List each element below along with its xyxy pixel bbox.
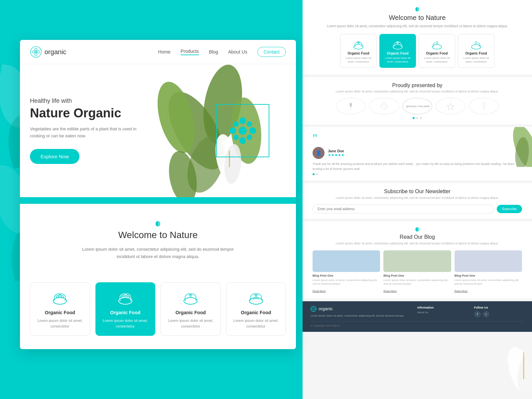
blog-post-title-1: Blog Post One xyxy=(313,274,380,277)
svg-point-49 xyxy=(311,306,316,311)
nav-links: Home Products Blog About Us Contact xyxy=(158,47,286,57)
svg-point-45 xyxy=(381,103,387,109)
blog-cards-row: Blog Post One Lorem ipsum dolor sit amet… xyxy=(313,250,522,293)
avatar-row: 👤 Jane Doe ★★★★★ xyxy=(313,147,522,159)
welcome-section: Welcome to Nature Lorem ipsum dolor sit … xyxy=(20,204,296,282)
footer-section: organic Lorem ipsum dolor sit amet, cons… xyxy=(303,301,532,332)
footer-follow: Follow Us f t xyxy=(474,306,524,318)
explore-now-button[interactable]: Explore Now xyxy=(30,149,79,164)
rp-pcard-1[interactable]: Organic Food Lorem ipsum dolor sit amet,… xyxy=(340,34,377,68)
hero-teal-bar xyxy=(20,197,296,204)
ornament-svg xyxy=(226,114,259,147)
rp-card-icon-2 xyxy=(391,38,404,50)
blog-post-desc-3: Lorem ipsum dolor sit amet, consectetur … xyxy=(455,278,522,286)
right-panel: Welcome to Nature Lorem ipsum dolor sit … xyxy=(303,0,532,399)
blog-read-more-3[interactable]: Read More xyxy=(455,290,468,293)
rp-pcard-name-1: Organic Food xyxy=(343,52,374,55)
product-card-2[interactable]: Organic Food Lorem ipsum dolor sit amet,… xyxy=(95,282,156,336)
svg-point-18 xyxy=(249,127,256,134)
logo: organic xyxy=(30,46,66,58)
footer-desc: Lorem ipsum dolor sit amet, consectetur … xyxy=(311,314,411,318)
svg-point-16 xyxy=(239,137,246,144)
svg-point-19 xyxy=(233,121,239,127)
product-cards-section: Organic Food Lorem ipsum dolor sit amet,… xyxy=(20,282,296,349)
rp-pcard-desc-1: Lorem ipsum dolor sit amet, consectetur xyxy=(343,56,374,64)
rp-pcard-2[interactable]: Organic Food Lorem ipsum dolor sit amet,… xyxy=(379,34,416,68)
quote-mark: " xyxy=(313,132,522,144)
rp-pcard-name-3: Organic Food xyxy=(422,52,452,55)
svg-point-50 xyxy=(313,307,315,308)
blog-post-title-2: Blog Post One xyxy=(383,274,451,277)
nav-about[interactable]: About Us xyxy=(228,49,247,55)
nav-home[interactable]: Home xyxy=(158,49,171,55)
svg-point-17 xyxy=(229,127,236,134)
welcome-title: Welcome to Nature xyxy=(30,230,286,240)
newsletter-email-input[interactable] xyxy=(313,204,494,213)
brand-logo-4 xyxy=(469,98,499,114)
contact-button[interactable]: Contact xyxy=(257,47,286,57)
footer-info-title: Information xyxy=(417,306,467,309)
nav-blog[interactable]: Blog xyxy=(209,49,218,55)
rp-welcome-title: Welcome to Nature xyxy=(313,14,522,22)
product-desc-1: Lorem ipsum dolor sit amet, consectetur xyxy=(35,318,85,329)
svg-point-24 xyxy=(53,298,66,304)
newsletter-subscribe-button[interactable]: Subscribe xyxy=(497,205,522,213)
welcome-description: Lorem ipsum dolor sit amet, consectetur … xyxy=(78,246,238,260)
svg-point-3 xyxy=(35,53,37,56)
newsletter-section: Subscribe to Our Newsletter Lorem ipsum … xyxy=(303,183,532,219)
hero-section: Healthy life with Nature Organic Vegetab… xyxy=(20,64,296,197)
star-rating: ★★★★★ xyxy=(328,153,344,157)
blog-read-more-2[interactable]: Read More xyxy=(383,290,397,293)
rp-product-cards: Organic Food Lorem ipsum dolor sit amet,… xyxy=(313,34,522,68)
product-card-3[interactable]: Organic Food Lorem ipsum dolor sit amet,… xyxy=(161,282,221,336)
product-name-1: Organic Food xyxy=(35,310,85,315)
facebook-icon[interactable]: f xyxy=(474,311,481,318)
product-icon-4 xyxy=(246,289,266,306)
reviewer-info: Jane Doe ★★★★★ xyxy=(328,149,344,157)
brand-logo-2 xyxy=(369,98,399,114)
rp-pcard-name-2: Organic Food xyxy=(382,52,413,55)
dot-3 xyxy=(420,117,422,119)
blog-img-1 xyxy=(313,250,380,272)
rp-card-icon-3 xyxy=(430,38,444,50)
footer-top: organic Lorem ipsum dolor sit amet, cons… xyxy=(311,306,524,318)
footer-about-link[interactable]: About Us xyxy=(417,311,467,314)
svg-point-4 xyxy=(32,51,35,53)
reviewer-name: Jane Doe xyxy=(328,149,344,153)
product-card-4[interactable]: Organic Food Lorem ipsum dolor sit amet,… xyxy=(226,282,286,336)
product-name-4: Organic Food xyxy=(231,310,281,315)
blog-desc: Lorem ipsum dolor sit amet, consectetur … xyxy=(313,241,522,246)
main-website-panel: organic Home Products Blog About Us Cont… xyxy=(20,40,296,349)
blog-title: Read Our Blog xyxy=(313,234,522,240)
newsletter-form: Subscribe xyxy=(313,204,522,213)
svg-point-51 xyxy=(314,308,316,310)
navbar: organic Home Products Blog About Us Cont… xyxy=(20,40,296,64)
footer-logo-text: organic xyxy=(319,306,333,311)
hero-content: Healthy life with Nature Organic Vegetab… xyxy=(30,97,143,164)
hero-subtitle: Healthy life with xyxy=(30,97,143,104)
footer-info: Information About Us xyxy=(417,306,467,318)
testimonial-section: " 👤 Jane Doe ★★★★★ Thank you for all the… xyxy=(303,127,532,181)
twitter-icon[interactable]: t xyxy=(483,311,489,318)
hero-description: Vegetables are the edible parts of a pla… xyxy=(30,126,143,140)
blog-post-desc-1: Lorem ipsum dolor sit amet, consectetur … xyxy=(313,278,380,286)
hero-title: Nature Organic xyxy=(30,106,143,120)
svg-point-31 xyxy=(127,296,129,298)
svg-point-28 xyxy=(119,298,132,304)
rp-pcard-4[interactable]: Organic Food Lorem ipsum dolor sit amet,… xyxy=(458,34,494,68)
footer-logo-section: organic Lorem ipsum dolor sit amet, cons… xyxy=(311,306,411,318)
rp-pcard-desc-4: Lorem ipsum dolor sit amet, consectetur xyxy=(461,56,491,64)
rp-presented-title: Proudly presented by xyxy=(313,82,522,88)
brand-logo-greenery: · greenery ·Free plants xyxy=(402,98,432,114)
svg-point-23 xyxy=(239,127,247,135)
rp-pcard-3[interactable]: Organic Food Lorem ipsum dolor sit amet,… xyxy=(419,34,455,68)
logo-text: organic xyxy=(45,48,66,56)
blog-read-more-1[interactable]: Read More xyxy=(313,290,326,293)
product-card-1[interactable]: Organic Food Lorem ipsum dolor sit amet,… xyxy=(30,282,90,336)
newsletter-title: Subscribe to Our Newsletter xyxy=(313,189,522,195)
nav-products[interactable]: Products xyxy=(181,49,199,55)
blog-section: Read Our Blog Lorem ipsum dolor sit amet… xyxy=(303,221,532,299)
blog-card-2: Blog Post One Lorem ipsum dolor sit amet… xyxy=(383,250,451,293)
svg-point-2 xyxy=(37,51,40,53)
brand-logo-1 xyxy=(336,98,366,114)
